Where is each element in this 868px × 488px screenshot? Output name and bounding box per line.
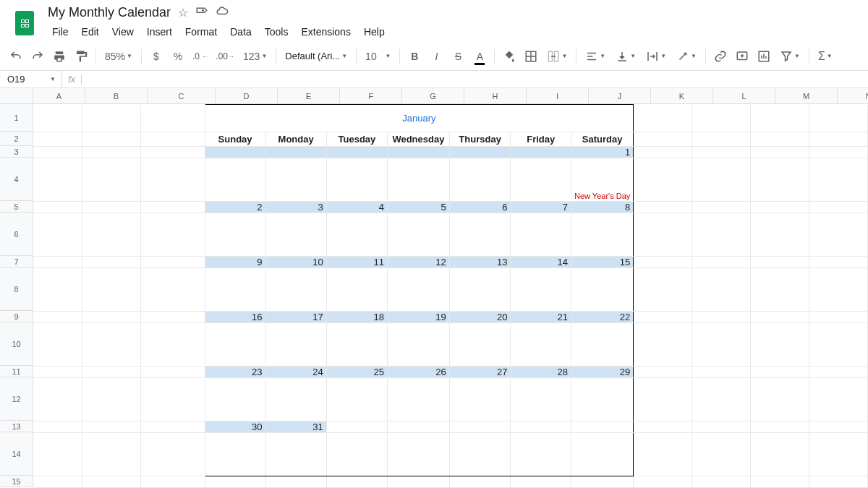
col-header-B[interactable]: B (85, 88, 148, 104)
cell-M4[interactable] (751, 158, 809, 202)
cell-A15[interactable] (33, 476, 82, 488)
cell-N10[interactable] (809, 323, 868, 367)
cell-J4[interactable]: New Year's Day (571, 158, 633, 202)
cell-H3[interactable] (449, 147, 511, 158)
cell-M6[interactable] (751, 213, 809, 257)
cell-G5[interactable]: 5 (388, 202, 450, 213)
cell-G14[interactable] (388, 433, 450, 476)
percent-button[interactable]: % (168, 46, 188, 67)
cell-E8[interactable] (265, 268, 326, 312)
text-wrap-dropdown[interactable]: ▼ (642, 46, 671, 67)
col-header-L[interactable]: L (713, 88, 775, 104)
cell-E15[interactable] (265, 476, 326, 488)
cell-G13[interactable] (388, 421, 450, 433)
cell-G9[interactable]: 19 (388, 312, 450, 323)
cell-N6[interactable] (809, 213, 868, 257)
borders-button[interactable] (521, 46, 541, 67)
cell-D9[interactable]: 16 (205, 312, 265, 323)
cell-N14[interactable] (809, 433, 868, 476)
col-header-H[interactable]: H (464, 88, 527, 104)
cell-D10[interactable] (205, 323, 265, 367)
cell-N2[interactable] (809, 132, 868, 147)
zoom-dropdown[interactable]: 85%▼ (101, 46, 137, 67)
insert-link-button[interactable] (710, 46, 731, 67)
cell-D2[interactable]: Sunday (205, 132, 265, 147)
cell-A2[interactable] (33, 132, 82, 147)
cell-G3[interactable] (388, 147, 450, 158)
move-icon[interactable] (195, 4, 208, 20)
cell-K10[interactable] (634, 323, 692, 367)
cell-K9[interactable] (634, 312, 692, 323)
cell-C6[interactable] (141, 213, 205, 257)
cell-H6[interactable] (449, 213, 511, 257)
cell-J12[interactable] (571, 378, 633, 421)
cell-E11[interactable]: 24 (265, 367, 326, 378)
menu-help[interactable]: Help (358, 23, 391, 40)
cell-M14[interactable] (751, 433, 809, 476)
cell-I13[interactable] (511, 421, 571, 433)
cell-F4[interactable] (326, 158, 387, 202)
text-rotation-dropdown[interactable]: ▼ (672, 46, 701, 67)
font-dropdown[interactable]: Default (Ari...▼ (281, 46, 352, 67)
redo-button[interactable] (27, 46, 48, 67)
cell-L2[interactable] (692, 132, 751, 147)
cell-L10[interactable] (692, 323, 751, 367)
cell-B2[interactable] (82, 132, 141, 147)
cell-F3[interactable] (326, 147, 387, 158)
cell-F10[interactable] (326, 323, 387, 367)
cell-A13[interactable] (33, 421, 82, 433)
cell-I3[interactable] (511, 147, 571, 158)
cell-A4[interactable] (33, 158, 82, 202)
row-header-2[interactable]: 2 (0, 132, 33, 146)
cell-N5[interactable] (809, 202, 868, 213)
row-header-3[interactable]: 3 (0, 146, 33, 158)
cell-K11[interactable] (634, 367, 692, 378)
cell-A9[interactable] (33, 312, 82, 323)
strikethrough-button[interactable]: S (448, 46, 468, 67)
col-header-G[interactable]: G (402, 88, 464, 104)
doc-title[interactable]: My Monthly Calendar (48, 5, 171, 20)
cell-N1[interactable] (809, 105, 868, 132)
menu-edit[interactable]: Edit (76, 23, 105, 40)
bold-button[interactable]: B (404, 46, 425, 67)
cell-M10[interactable] (751, 323, 809, 367)
cell-J5[interactable]: 8 (571, 202, 633, 213)
insert-comment-button[interactable] (732, 46, 752, 67)
cell-D1[interactable]: January (205, 105, 634, 132)
cell-B4[interactable] (82, 158, 141, 202)
cell-G7[interactable]: 12 (388, 257, 450, 268)
star-icon[interactable]: ☆ (178, 6, 188, 20)
cell-E9[interactable]: 17 (265, 312, 326, 323)
cell-H15[interactable] (449, 476, 511, 488)
cell-N4[interactable] (809, 158, 868, 202)
row-header-8[interactable]: 8 (0, 267, 33, 311)
cell-D7[interactable]: 9 (205, 257, 265, 268)
insert-chart-button[interactable] (754, 46, 774, 67)
cell-G4[interactable] (388, 158, 450, 202)
cell-N8[interactable] (809, 268, 868, 312)
cell-D11[interactable]: 23 (205, 367, 265, 378)
cell-K6[interactable] (634, 213, 692, 257)
cell-G10[interactable] (388, 323, 450, 367)
cell-C10[interactable] (141, 323, 205, 367)
cell-J10[interactable] (571, 323, 633, 367)
cell-J13[interactable] (571, 421, 633, 433)
cell-F11[interactable]: 25 (326, 367, 387, 378)
cell-H7[interactable]: 13 (449, 257, 511, 268)
col-header-E[interactable]: E (278, 88, 340, 104)
menu-file[interactable]: File (46, 23, 75, 40)
cell-K3[interactable] (634, 147, 692, 158)
cell-C1[interactable] (141, 105, 205, 132)
cell-I11[interactable]: 28 (511, 367, 571, 378)
cell-K5[interactable] (634, 202, 692, 213)
cell-H12[interactable] (449, 378, 511, 421)
cell-G15[interactable] (388, 476, 450, 488)
cell-K1[interactable] (634, 105, 692, 132)
cell-H5[interactable]: 6 (449, 202, 511, 213)
col-header-J[interactable]: J (589, 88, 651, 104)
cell-A14[interactable] (33, 433, 82, 476)
cell-N15[interactable] (809, 476, 868, 488)
row-header-1[interactable]: 1 (0, 104, 33, 132)
filter-dropdown[interactable]: ▼ (775, 46, 804, 67)
cell-J11[interactable]: 29 (571, 367, 633, 378)
